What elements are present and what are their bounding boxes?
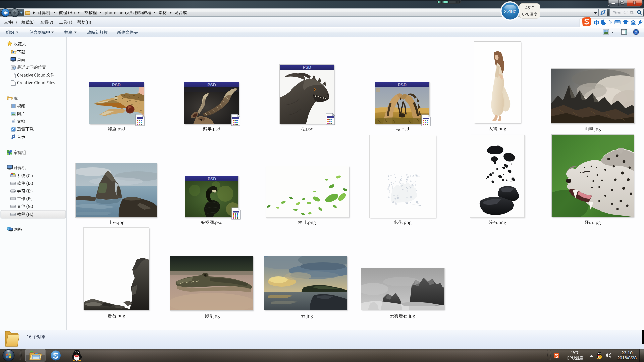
svg-text:2.48G: 2.48G — [504, 9, 516, 14]
